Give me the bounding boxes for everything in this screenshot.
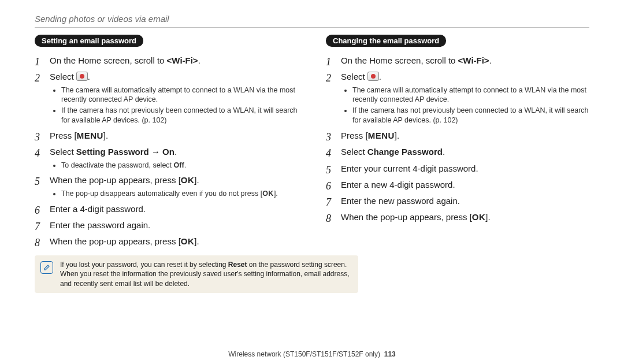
step-bold: Setting Password → On: [76, 147, 174, 157]
menu-button-glyph: MENU: [77, 131, 103, 140]
step-text: .: [489, 55, 492, 65]
step-item: Select Setting Password → On. To deactiv…: [35, 146, 298, 170]
step-item: When the pop-up appears, press [OK]. The…: [35, 174, 298, 198]
substeps: To deactivate the password, select Off.: [50, 161, 298, 170]
step-text: .: [198, 55, 200, 65]
ok-button-glyph: OK: [181, 236, 195, 246]
step-bold: Change Password: [367, 147, 443, 157]
note-bold: Reset: [228, 261, 247, 269]
step-text: Select: [50, 72, 76, 81]
step-text: ].: [194, 236, 199, 246]
sub-item: If the camera has not previously been co…: [61, 106, 298, 125]
step-text: .: [174, 147, 177, 157]
sub-text: ].: [274, 190, 278, 198]
section-pill-change-password: Changing the email password: [326, 35, 446, 47]
step-item: Press [MENU].: [326, 130, 589, 142]
step-item: When the pop-up appears, press [OK].: [35, 236, 298, 247]
step-text: ].: [485, 212, 490, 222]
step-text: When the pop-up appears, press [: [50, 175, 181, 185]
step-item: Enter your current 4-digit password.: [326, 163, 589, 174]
sub-text: The pop-up disappears automatically even…: [61, 190, 262, 198]
step-text: On the Home screen, scroll to: [341, 55, 458, 65]
step-item: Select . The camera will automatically a…: [326, 71, 589, 125]
step-text: Select: [50, 147, 76, 157]
sub-item: If the camera has not previously been co…: [352, 106, 589, 125]
sub-item: The camera will automatically attempt to…: [61, 86, 298, 105]
email-app-icon: [367, 72, 379, 81]
step-text: ].: [103, 131, 108, 140]
step-text: Press [: [341, 131, 368, 140]
sub-text: .: [184, 161, 186, 169]
step-item: On the Home screen, scroll to <Wi-Fi>.: [326, 55, 589, 66]
ok-button-glyph: OK: [262, 190, 274, 198]
pencil-icon: [43, 264, 50, 271]
step-text: When the pop-up appears, press [: [50, 236, 181, 246]
step-text: ].: [194, 175, 199, 185]
step-item: On the Home screen, scroll to <Wi-Fi>.: [35, 55, 298, 66]
step-item: Enter the password again.: [35, 220, 298, 231]
page-number: 113: [384, 350, 396, 358]
step-text: .: [88, 72, 90, 81]
step-text: When the pop-up appears, press [: [341, 212, 472, 222]
substeps: The pop-up disappears automatically even…: [50, 189, 298, 199]
steps-list-left: On the Home screen, scroll to <Wi-Fi>. S…: [35, 55, 298, 247]
page-footer: Wireless network (ST150F/ST151F/ST152F o…: [35, 342, 589, 364]
step-text: ].: [395, 131, 399, 140]
ok-button-glyph: OK: [181, 175, 195, 185]
step-text: .: [379, 72, 381, 81]
note-box: If you lost your password, you can reset…: [35, 255, 358, 293]
step-text: .: [443, 147, 445, 157]
sub-item: The pop-up disappears automatically even…: [61, 189, 298, 199]
page-root: Sending photos or videos via email Setti…: [0, 0, 624, 364]
step-bold: <Wi-Fi>: [167, 55, 198, 65]
step-text: Select: [341, 72, 367, 81]
header-rule: [35, 27, 589, 28]
note-text: If you lost your password, you can reset…: [60, 260, 352, 288]
step-item: Enter a new 4-digit password.: [326, 179, 589, 191]
footer-text: Wireless network (ST150F/ST151F/ST152F o…: [228, 350, 380, 358]
sub-item: The camera will automatically attempt to…: [352, 86, 589, 105]
content-columns: Setting an email password On the Home sc…: [35, 35, 589, 342]
step-item: Enter a 4-digit password.: [35, 203, 298, 215]
menu-button-glyph: MENU: [368, 131, 395, 140]
substeps: The camera will automatically attempt to…: [50, 86, 298, 126]
note-icon: [40, 261, 53, 274]
sub-item: To deactivate the password, select Off.: [61, 161, 298, 170]
step-item: Enter the new password again.: [326, 195, 589, 207]
step-text: Select: [341, 147, 367, 157]
right-column: Changing the email password On the Home …: [326, 35, 589, 342]
sub-bold: Off: [174, 161, 184, 169]
sub-text: To deactivate the password, select: [61, 161, 174, 169]
step-text: On the Home screen, scroll to: [50, 55, 167, 65]
left-column: Setting an email password On the Home sc…: [35, 35, 298, 342]
note-text-part: If you lost your password, you can reset…: [60, 261, 228, 269]
step-text: Press [: [50, 131, 77, 140]
page-header: Sending photos or videos via email: [35, 14, 589, 24]
email-app-icon: [76, 72, 88, 81]
section-pill-set-password: Setting an email password: [35, 35, 143, 47]
ok-button-glyph: OK: [472, 212, 486, 222]
step-item: Select . The camera will automatically a…: [35, 71, 298, 125]
step-item: When the pop-up appears, press [OK].: [326, 211, 589, 223]
step-item: Select Change Password.: [326, 146, 589, 158]
steps-list-right: On the Home screen, scroll to <Wi-Fi>. S…: [326, 55, 589, 224]
step-bold: <Wi-Fi>: [458, 55, 489, 65]
substeps: The camera will automatically attempt to…: [341, 86, 589, 126]
step-item: Press [MENU].: [35, 130, 298, 142]
